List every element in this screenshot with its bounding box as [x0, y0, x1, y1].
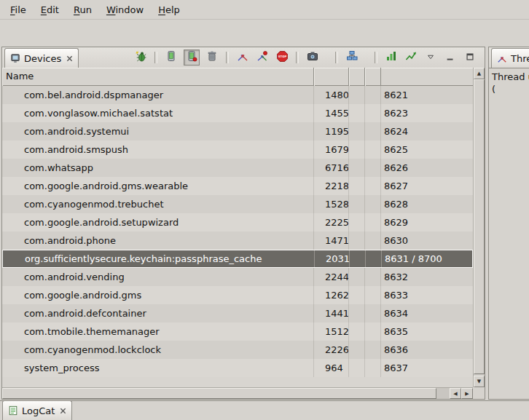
table-row[interactable]: com.android.systemui 1195 8624 [2, 122, 473, 140]
tab-devices-label: Devices [24, 53, 61, 64]
blank-cell [365, 177, 381, 195]
scrollbar-corner [473, 387, 485, 399]
view-menu-button[interactable] [423, 50, 438, 65]
menu-edit-label: Edit [41, 4, 59, 15]
ddms-window: File Edit Run Window Help Devices [0, 0, 529, 420]
dump-hprof-icon [186, 50, 197, 65]
column-header-pid[interactable] [314, 68, 349, 86]
maximize-icon [465, 51, 475, 65]
tab-devices[interactable]: Devices [4, 48, 79, 68]
process-port: 8627 [381, 177, 473, 195]
process-name: com.bel.android.dspmanager [2, 86, 314, 104]
menu-window[interactable]: Window [99, 2, 151, 17]
scroll-right-button[interactable]: ▶ [461, 388, 473, 399]
horizontal-scrollbar[interactable]: ◀ ▶ [2, 387, 473, 399]
stop-process-icon: STOP [276, 50, 289, 66]
table-row[interactable]: com.vonglasow.michael.satstat 14553 8623 [2, 104, 473, 122]
column-header-name[interactable]: Name [2, 68, 314, 86]
vertical-scroll-thumb[interactable] [474, 79, 485, 374]
view-hierarchy-button[interactable] [345, 50, 359, 65]
cause-gc-button[interactable] [205, 50, 219, 65]
toolbar-separator [335, 52, 338, 63]
process-pid: 1480 [314, 86, 349, 104]
blank-cell [349, 195, 365, 213]
blank-cell [365, 304, 381, 322]
table-row[interactable]: com.android.smspush 1679 8625 [2, 140, 473, 159]
scroll-up-button[interactable]: ▲ [474, 68, 485, 79]
debug-icon [135, 50, 146, 65]
table-row[interactable]: com.cyanogenmod.lockclock 22265 8636 [2, 341, 473, 359]
close-icon[interactable] [66, 55, 73, 62]
trace-button[interactable] [404, 50, 418, 65]
column-header-blank-2[interactable] [365, 68, 381, 86]
update-threads-button[interactable] [235, 50, 250, 65]
scroll-down-button[interactable]: ▼ [474, 376, 485, 387]
menu-help[interactable]: Help [151, 2, 187, 17]
update-heap-button[interactable] [164, 50, 179, 65]
devices-toolbar: STOP [133, 47, 485, 68]
blank-cell [349, 213, 365, 231]
table-row[interactable]: com.android.vending 22440 8632 [2, 268, 473, 286]
close-icon[interactable] [60, 408, 66, 414]
menu-window-label: Window [106, 4, 144, 15]
blank-cell [365, 86, 381, 104]
table-row[interactable]: com.bel.android.dspmanager 1480 8621 [2, 86, 473, 104]
device-table-body: com.bel.android.dspmanager 1480 8621 com… [2, 86, 473, 387]
table-row[interactable]: com.android.phone 1471 8630 [2, 231, 473, 250]
process-pid: 1679 [314, 140, 349, 159]
blank-cell [349, 140, 365, 159]
menu-file[interactable]: File [3, 2, 34, 17]
table-row[interactable]: org.sufficientlysecure.keychain:passphra… [2, 250, 473, 268]
column-header-blank-1[interactable] [349, 68, 365, 86]
process-name: com.cyanogenmod.trebuchet [2, 195, 314, 213]
table-row[interactable]: com.tmobile.thememanager 1512 8635 [2, 322, 473, 341]
table-row[interactable]: com.google.android.setupwizard 22250 862… [2, 213, 473, 231]
vertical-scrollbar[interactable]: ▲ ▼ [473, 68, 485, 387]
tab-threads-label: Threads [511, 53, 529, 64]
horizontal-scroll-thumb[interactable] [2, 388, 436, 399]
debug-process-button[interactable] [133, 50, 148, 65]
process-port: 8621 [381, 86, 473, 104]
blank-cell [366, 250, 382, 267]
stats-button[interactable] [384, 50, 399, 65]
toolbar-separator [375, 52, 377, 63]
table-row[interactable]: com.google.android.gms 12623 8633 [2, 286, 473, 304]
process-pid: 964 [314, 359, 349, 377]
table-row[interactable]: system_process 964 8637 [2, 359, 473, 377]
blank-cell [349, 231, 365, 250]
maximize-button[interactable] [463, 50, 477, 65]
process-name: com.cyanogenmod.lockclock [2, 341, 314, 359]
blank-cell [349, 268, 365, 286]
toolbar-separator [296, 52, 299, 63]
update-threads-icon [237, 50, 248, 65]
view-menu-icon [426, 51, 436, 65]
menu-edit[interactable]: Edit [34, 2, 66, 17]
stats-icon [385, 50, 397, 65]
blank-cell [365, 341, 381, 359]
blank-cell [349, 159, 365, 177]
process-name: com.android.phone [2, 231, 314, 250]
scroll-left-button[interactable]: ◀ [450, 388, 461, 399]
process-name: com.android.systemui [2, 122, 314, 140]
stop-process-button[interactable]: STOP [275, 50, 289, 65]
table-row[interactable]: com.whatsapp 6716 8626 [2, 159, 473, 177]
menu-run[interactable]: Run [66, 2, 99, 17]
column-header-port[interactable] [381, 68, 473, 86]
process-port: 8629 [381, 213, 473, 231]
blank-cell [365, 231, 381, 250]
tab-logcat[interactable]: LogCat [2, 400, 72, 420]
dump-hprof-button[interactable] [184, 49, 200, 66]
blank-cell [349, 359, 365, 377]
table-row[interactable]: com.google.android.gms.wearable 22185 86… [2, 177, 473, 195]
threads-tabbar: Threads [489, 47, 529, 68]
screen-capture-button[interactable] [305, 50, 320, 65]
tab-threads[interactable]: Threads [491, 48, 529, 68]
minimize-button[interactable] [443, 50, 458, 65]
start-method-profiling-button[interactable] [255, 50, 270, 65]
process-port: 8636 [381, 341, 473, 359]
process-name: com.google.android.gms [2, 286, 314, 304]
table-row[interactable]: com.cyanogenmod.trebuchet 1528 8628 [2, 195, 473, 213]
blank-cell [349, 341, 365, 359]
table-row[interactable]: com.android.defcontainer 14411 8634 [2, 304, 473, 322]
toolbar-separator [226, 52, 229, 63]
